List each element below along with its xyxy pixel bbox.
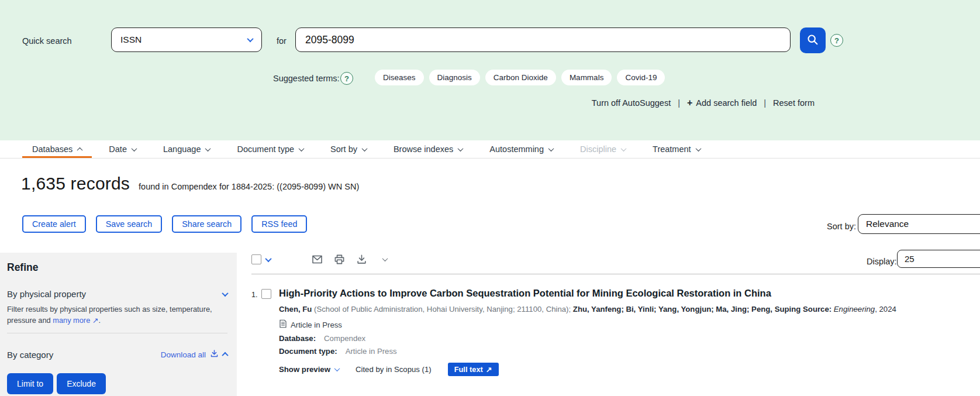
source-label: Source:	[803, 305, 834, 314]
quick-search-label: Quick search	[22, 36, 72, 46]
show-preview-toggle[interactable]: Show preview	[279, 365, 339, 374]
result-title-link[interactable]: High-Priority Actions to Improve Carbon …	[279, 288, 896, 299]
add-search-field-label: Add search field	[696, 98, 757, 108]
tab-treatment[interactable]: Treatment	[653, 140, 701, 158]
chevron-up-icon	[222, 352, 228, 359]
results-divider	[251, 274, 980, 274]
chevron-down-icon	[548, 146, 554, 151]
many-more-link[interactable]: many more ↗	[53, 316, 98, 325]
chevron-down-icon	[205, 146, 211, 151]
tab-label: Document type	[237, 144, 294, 154]
download-all-label: Download all	[161, 350, 206, 359]
suggested-term-pill[interactable]: Diseases	[375, 70, 424, 85]
chevron-down-icon	[362, 146, 368, 151]
suggested-terms-list: Diseases Diagnosis Carbon Dioxide Mammal…	[375, 70, 665, 85]
show-preview-label: Show preview	[279, 365, 330, 374]
by-category-label[interactable]: By category	[7, 350, 53, 360]
search-input[interactable]	[295, 27, 791, 52]
suggested-term-pill[interactable]: Diagnosis	[429, 70, 480, 85]
search-field-select[interactable]: ISSN	[111, 27, 262, 52]
refine-panel: Refine By physical property Filter resul…	[0, 253, 237, 396]
chevron-down-icon	[222, 290, 228, 296]
result-checkbox[interactable]	[261, 289, 271, 299]
create-alert-button[interactable]: Create alert	[22, 215, 86, 233]
suggested-term-pill[interactable]: Mammals	[561, 70, 612, 85]
refine-divider	[7, 333, 227, 333]
tab-sort-by[interactable]: Sort by	[330, 140, 367, 158]
external-link-icon: ↗	[486, 365, 492, 374]
select-all-checkbox[interactable]	[251, 254, 261, 264]
search-icon	[806, 33, 819, 48]
toolbar-icons	[312, 254, 387, 265]
plus-icon: +	[687, 98, 692, 108]
for-label: for	[277, 36, 287, 46]
save-search-button[interactable]: Save search	[96, 215, 162, 233]
print-icon[interactable]	[334, 254, 345, 265]
tab-discipline: Discipline	[580, 140, 626, 158]
search-button[interactable]	[800, 27, 826, 53]
chevron-down-icon	[695, 146, 701, 151]
physical-property-description: Filter results by physical properties su…	[7, 304, 227, 326]
tab-label: Language	[163, 144, 201, 154]
suggested-terms-label: Suggested terms:	[273, 74, 340, 83]
results-toolbar	[251, 254, 387, 265]
chevron-down-icon[interactable]	[265, 255, 271, 261]
display-label: Display:	[867, 257, 897, 266]
chevron-down-icon[interactable]	[382, 256, 388, 261]
doctype-label: Document type:	[279, 347, 337, 356]
full-text-label: Full text	[454, 365, 483, 374]
refine-title: Refine	[7, 261, 227, 274]
chevron-down-icon	[458, 146, 464, 151]
external-link-icon: ↗	[92, 316, 99, 325]
tab-browse-indexes[interactable]: Browse indexes	[394, 140, 463, 158]
tab-label: Treatment	[653, 144, 691, 154]
cited-by-scopus-link[interactable]: Cited by in Scopus (1)	[356, 365, 432, 374]
exclude-button[interactable]: Exclude	[57, 373, 106, 394]
link-separator: |	[764, 98, 766, 108]
tab-autostemming[interactable]: Autostemming	[489, 140, 553, 158]
status-badge: Article in Press	[291, 321, 342, 329]
link-separator: |	[678, 98, 680, 108]
tab-label: Date	[109, 144, 127, 154]
download-icon	[210, 349, 219, 360]
filter-tabbar: Databases Date Language Document type So…	[0, 140, 980, 159]
result-doctype-line: Document type:Article in Press	[279, 347, 896, 356]
chevron-up-icon	[77, 147, 83, 153]
email-icon[interactable]	[312, 254, 323, 265]
download-icon[interactable]	[356, 254, 367, 265]
download-all-link[interactable]: Download all	[161, 349, 227, 360]
tab-document-type[interactable]: Document type	[237, 140, 303, 158]
add-search-field-link[interactable]: + Add search field	[687, 98, 757, 108]
tab-label: Autostemming	[489, 144, 544, 154]
search-help-icon[interactable]: ?	[830, 34, 843, 47]
full-text-button[interactable]: Full text ↗	[448, 363, 499, 376]
turn-off-autosuggest-link[interactable]: Turn off AutoSuggest	[592, 98, 671, 108]
rss-feed-button[interactable]: RSS feed	[251, 215, 307, 233]
tab-label: Browse indexes	[394, 144, 453, 154]
tab-label: Databases	[32, 144, 73, 154]
share-search-button[interactable]: Share search	[172, 215, 241, 233]
description-suffix: .	[99, 316, 101, 325]
chevron-down-icon	[621, 146, 627, 151]
suggested-term-pill[interactable]: Covid-19	[617, 70, 665, 85]
display-count-select[interactable]: 25	[897, 250, 980, 268]
suggested-term-pill[interactable]: Carbon Dioxide	[485, 70, 556, 85]
sort-by-select[interactable]: Relevance	[858, 214, 980, 234]
tab-databases[interactable]: Databases	[32, 140, 82, 158]
by-physical-property-header[interactable]: By physical property	[7, 289, 227, 299]
author-names[interactable]: Zhu, Yanfeng; Bi, Yinli; Yang, Yongjun; …	[573, 305, 803, 314]
tab-language[interactable]: Language	[163, 140, 211, 158]
results-action-buttons: Create alert Save search Share search RS…	[22, 215, 307, 233]
suggested-terms-help-icon[interactable]: ?	[340, 72, 353, 85]
reset-form-link[interactable]: Reset form	[773, 98, 815, 108]
article-in-press-icon	[279, 319, 287, 330]
limit-to-button[interactable]: Limit to	[7, 373, 53, 394]
author-name[interactable]: Chen, Fu	[279, 305, 312, 314]
author-affiliation: (School of Public Administration, Hohai …	[312, 305, 572, 314]
records-summary: 1,635 records found in Compendex for 188…	[21, 174, 359, 194]
result-item-1: 1. High-Priority Actions to Improve Carb…	[251, 288, 971, 376]
database-label: Database:	[279, 334, 316, 343]
result-body: High-Priority Actions to Improve Carbon …	[279, 288, 896, 376]
tab-date[interactable]: Date	[109, 140, 136, 158]
result-status-line: Article in Press	[279, 319, 896, 330]
